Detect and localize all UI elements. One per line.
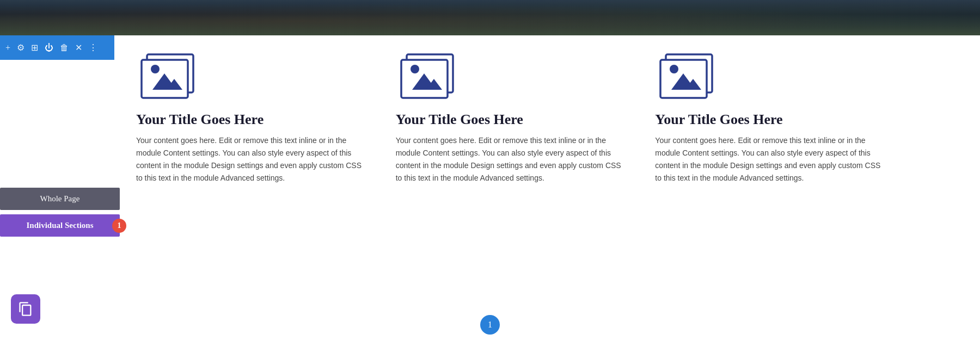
column-1: Your Title Goes Here Your content goes h… [136,46,363,184]
fab-button[interactable] [11,294,40,324]
image-placeholder-2 [396,46,461,101]
toolbar: + ⚙ ⊞ ⏻ 🗑 ✕ ⋮ [0,35,114,60]
column-1-body: Your content goes here. Edit or remove t… [136,134,363,184]
columns-area: Your Title Goes Here Your content goes h… [0,35,980,195]
svg-point-4 [151,65,160,73]
delete-icon[interactable]: 🗑 [60,44,69,52]
add-icon[interactable]: + [5,44,10,52]
svg-point-14 [670,65,678,73]
close-icon[interactable]: ✕ [75,44,82,52]
image-placeholder-1 [136,46,201,101]
column-3: Your Title Goes Here Your content goes h… [655,46,882,184]
duplicate-icon[interactable]: ⊞ [31,44,38,52]
column-2-body: Your content goes here. Edit or remove t… [396,134,623,184]
settings-icon[interactable]: ⚙ [17,44,24,52]
whole-page-button[interactable]: Whole Page [0,188,120,210]
column-2-title: Your Title Goes Here [396,112,523,128]
image-placeholder-3 [655,46,720,101]
more-icon[interactable]: ⋮ [89,44,97,52]
column-2: Your Title Goes Here Your content goes h… [396,46,623,184]
sidebar-panel: Whole Page Individual Sections 1 [0,188,120,237]
column-3-body: Your content goes here. Edit or remove t… [655,134,882,184]
column-3-title: Your Title Goes Here [655,112,782,128]
pagination-button[interactable]: 1 [480,315,500,335]
pagination-number: 1 [488,320,492,330]
sections-badge: 1 [112,219,126,233]
copy-icon [18,301,33,317]
individual-sections-button[interactable]: Individual Sections 1 [0,214,120,237]
column-1-title: Your Title Goes Here [136,112,264,128]
individual-sections-label: Individual Sections [27,221,94,230]
power-icon[interactable]: ⏻ [45,44,53,52]
svg-point-9 [411,65,419,73]
header-image [0,0,980,35]
